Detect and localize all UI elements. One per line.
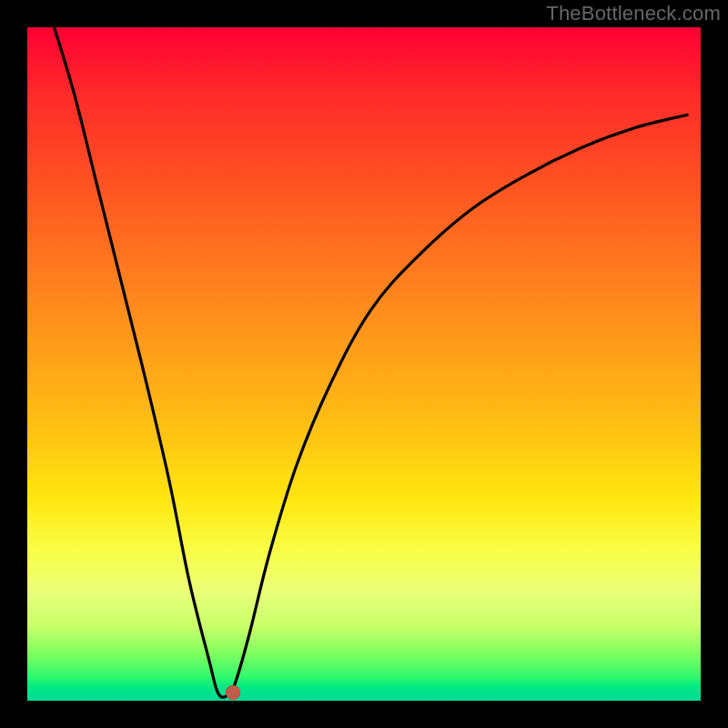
watermark-text: TheBottleneck.com — [546, 2, 721, 25]
optimal-point-marker — [226, 685, 240, 700]
bottleneck-curve — [27, 27, 701, 701]
curve-path — [55, 27, 688, 697]
chart-frame: TheBottleneck.com — [0, 0, 728, 728]
plot-area — [27, 27, 701, 701]
